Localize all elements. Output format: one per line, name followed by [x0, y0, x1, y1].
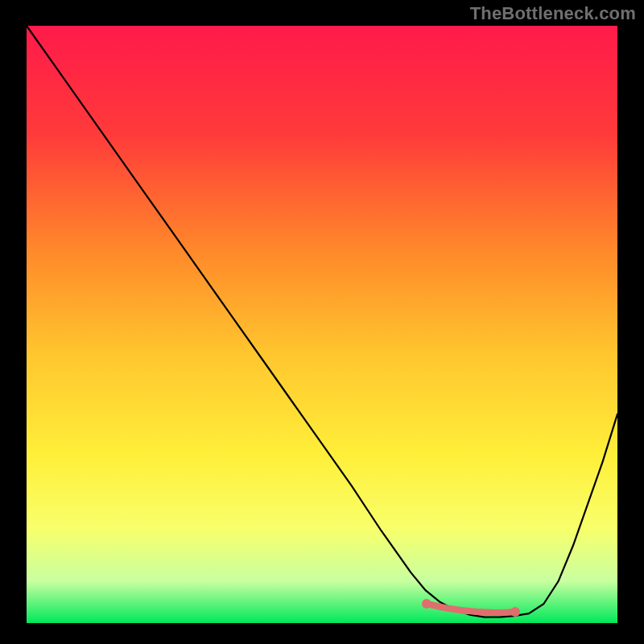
plot-svg: [0, 0, 644, 644]
optimal-zone-start-marker: [422, 599, 431, 609]
plot-area: [0, 0, 644, 644]
chart-canvas: TheBottleneck.com: [0, 0, 644, 644]
optimal-zone-end-marker: [510, 607, 520, 617]
gradient-background: [27, 26, 617, 623]
watermark-label: TheBottleneck.com: [470, 3, 636, 24]
